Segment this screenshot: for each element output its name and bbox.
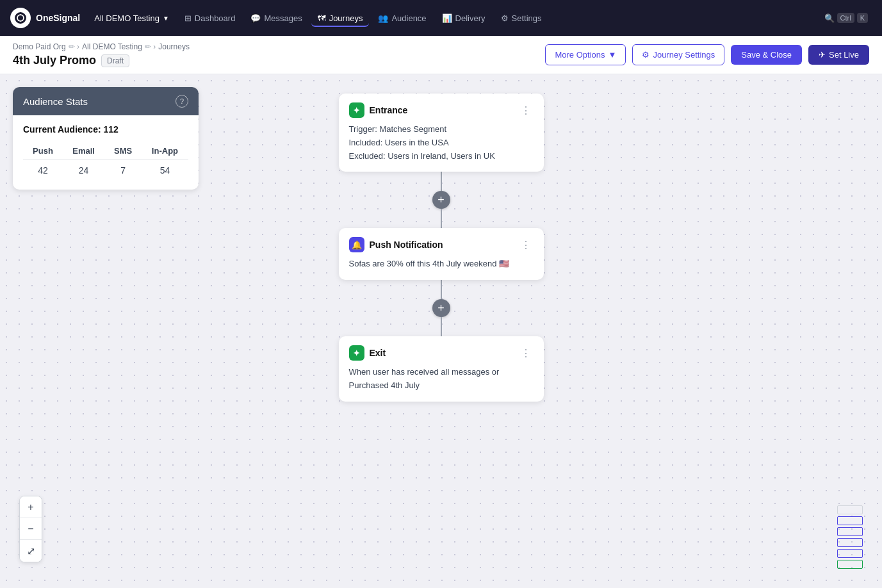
entrance-line-1: Trigger: Matches Segment: [349, 123, 534, 136]
search-button[interactable]: 🔍 Ctrl K: [821, 9, 872, 27]
logo-area[interactable]: OneSignal: [10, 8, 80, 28]
mini-map-row-3: [837, 527, 863, 536]
save-close-button[interactable]: Save & Close: [731, 45, 802, 65]
journey-settings-button[interactable]: ⚙ Journey Settings: [632, 44, 724, 65]
onesignal-logo: [10, 8, 31, 28]
org-selector-label: All DEMO Testing: [94, 13, 159, 23]
mini-map-node-2: [837, 538, 863, 547]
top-navigation: OneSignal All DEMO Testing ▼ ⊞ Dashboard…: [0, 0, 882, 36]
nav-item-delivery[interactable]: 📊 Delivery: [436, 10, 492, 27]
zoom-in-button[interactable]: +: [20, 496, 42, 518]
connector-line-top-1: [441, 172, 442, 191]
mini-map-row-1: [837, 505, 863, 514]
exit-node-menu[interactable]: ⋮: [518, 346, 534, 361]
dashboard-icon: ⊞: [184, 13, 192, 23]
push-node-title: 🔔 Push Notification: [349, 237, 443, 252]
entrance-icon: ✦: [349, 102, 364, 118]
set-live-button[interactable]: ✈ Set Live: [808, 45, 869, 65]
mini-map-row-2: [837, 516, 863, 525]
mini-map-row-6: [837, 560, 863, 569]
exit-node-header: ✦ Exit ⋮: [349, 345, 534, 361]
push-line-1: Sofas are 30% off this 4th July weekend …: [349, 257, 534, 271]
audience-icon: 👥: [378, 13, 388, 23]
mini-map: [837, 505, 863, 569]
breadcrumb-demo-paid-org[interactable]: Demo Paid Org: [13, 42, 66, 51]
push-notification-node[interactable]: 🔔 Push Notification ⋮ Sofas are 30% off …: [339, 228, 544, 280]
breadcrumb-sep-1: ✏ ›: [69, 42, 79, 51]
exit-node[interactable]: ✦ Exit ⋮ When user has received all mess…: [339, 336, 544, 402]
mini-map-node-3: [837, 549, 863, 558]
nav-item-audience[interactable]: 👥 Audience: [372, 10, 432, 27]
entrance-node-body: Trigger: Matches Segment Included: Users…: [349, 123, 534, 163]
mini-map-row-5: [837, 549, 863, 558]
sub-header: Demo Paid Org ✏ › All DEMO Testing ✏ › J…: [0, 36, 882, 74]
push-node-header: 🔔 Push Notification ⋮: [349, 237, 534, 252]
search-shortcut-ctrl: Ctrl: [837, 13, 854, 23]
push-node-menu[interactable]: ⋮: [518, 238, 534, 252]
exit-line-1: When user has received all messages or: [349, 366, 534, 379]
connector-line-bottom-1: [441, 209, 442, 228]
exit-icon: ✦: [349, 345, 364, 361]
entrance-node-header: ✦ Entrance ⋮: [349, 102, 534, 118]
breadcrumb-sep-2: ✏ ›: [145, 42, 156, 51]
mini-map-row-4: [837, 538, 863, 547]
zoom-controls: + − ⤢: [19, 496, 42, 562]
brand-name: OneSignal: [36, 13, 80, 23]
search-icon: 🔍: [824, 13, 835, 23]
fit-screen-button[interactable]: ⤢: [20, 540, 42, 562]
entrance-line-3: Excluded: Users in Ireland, Users in UK: [349, 150, 534, 163]
exit-title-label: Exit: [370, 348, 386, 358]
more-options-arrow-icon: ▼: [608, 50, 617, 60]
nav-item-messages[interactable]: 💬 Messages: [244, 10, 308, 27]
zoom-out-button[interactable]: −: [20, 518, 42, 540]
breadcrumb-journeys: Journeys: [158, 42, 190, 51]
connector-1: +: [432, 172, 450, 228]
nav-label-messages: Messages: [264, 13, 302, 23]
push-title-label: Push Notification: [370, 240, 443, 250]
more-options-button[interactable]: More Options ▼: [545, 44, 626, 65]
nav-label-journeys: Journeys: [329, 13, 363, 23]
set-live-label: Set Live: [829, 50, 859, 60]
connector-line-top-2: [441, 280, 442, 299]
entrance-line-2: Included: Users in the USA: [349, 136, 534, 150]
journey-canvas: Audience Stats ? Current Audience: 112 P…: [0, 74, 882, 588]
nav-label-dashboard: Dashboard: [195, 13, 236, 23]
mini-map-node-exit: [837, 560, 863, 569]
nav-item-settings[interactable]: ⚙ Settings: [494, 10, 548, 27]
delivery-icon: 📊: [442, 13, 452, 23]
breadcrumb-all-demo-testing[interactable]: All DEMO Testing: [82, 42, 142, 51]
mini-map-node-blank: [837, 505, 863, 514]
entrance-node-title: ✦ Entrance: [349, 102, 408, 118]
send-icon: ✈: [819, 50, 826, 60]
org-selector-arrow: ▼: [163, 15, 169, 22]
add-node-button-1[interactable]: +: [432, 191, 450, 209]
page-title-row: 4th July Promo Draft: [13, 54, 190, 67]
nav-item-dashboard[interactable]: ⊞ Dashboard: [178, 10, 242, 27]
title-area: Demo Paid Org ✏ › All DEMO Testing ✏ › J…: [13, 42, 190, 67]
exit-node-title: ✦ Exit: [349, 345, 386, 361]
journey-flow: ✦ Entrance ⋮ Trigger: Matches Segment In…: [0, 74, 882, 588]
mini-map-node-1: [837, 527, 863, 536]
entrance-node[interactable]: ✦ Entrance ⋮ Trigger: Matches Segment In…: [339, 94, 544, 172]
page-title: 4th July Promo: [13, 54, 96, 67]
entrance-title-label: Entrance: [370, 105, 408, 115]
org-selector[interactable]: All DEMO Testing ▼: [88, 10, 176, 27]
exit-line-2: Purchased 4th July: [349, 379, 534, 393]
breadcrumb: Demo Paid Org ✏ › All DEMO Testing ✏ › J…: [13, 42, 190, 51]
gear-icon: ⚙: [642, 50, 649, 60]
messages-icon: 💬: [250, 13, 261, 23]
push-icon: 🔔: [349, 237, 364, 252]
status-badge: Draft: [101, 54, 129, 67]
nav-label-settings: Settings: [512, 13, 542, 23]
push-node-body: Sofas are 30% off this 4th July weekend …: [349, 257, 534, 271]
journeys-icon: 🗺: [318, 13, 326, 23]
nav-label-audience: Audience: [391, 13, 426, 23]
more-options-label: More Options: [555, 50, 605, 60]
connector-2: +: [432, 280, 450, 336]
nav-item-journeys[interactable]: 🗺 Journeys: [311, 10, 370, 27]
add-node-button-2[interactable]: +: [432, 299, 450, 317]
mini-map-node-entrance: [837, 516, 863, 525]
entrance-node-menu[interactable]: ⋮: [518, 103, 534, 118]
save-close-label: Save & Close: [741, 50, 792, 60]
header-actions: More Options ▼ ⚙ Journey Settings Save &…: [545, 44, 869, 65]
